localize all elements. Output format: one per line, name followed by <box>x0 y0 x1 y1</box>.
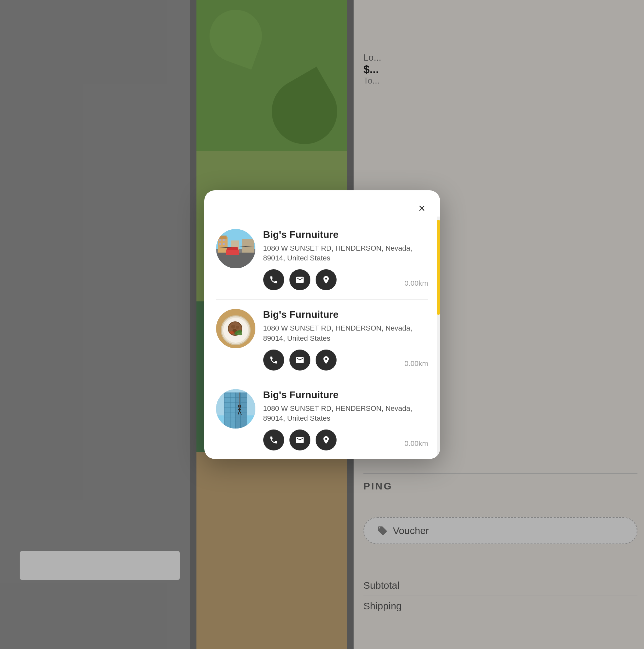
phone-icon-2 <box>269 355 278 364</box>
modal-overlay: × <box>0 0 644 649</box>
modal-scrollbar <box>437 217 440 459</box>
email-icon-1 <box>295 275 305 285</box>
svg-rect-9 <box>223 243 225 245</box>
store-actions-1 <box>263 269 428 290</box>
store-locator-modal: × <box>204 190 440 459</box>
phone-icon-1 <box>269 275 278 285</box>
store-avatar-3 <box>216 389 256 429</box>
phone-button-1[interactable] <box>263 269 284 290</box>
store-info-2: Big's Furnuiture 1080 W SUNSET RD, HENDE… <box>263 309 428 371</box>
location-button-2[interactable] <box>316 350 336 371</box>
avatar-building-image <box>216 389 256 429</box>
store-actions-2 <box>263 350 428 371</box>
store-info-3: Big's Furnuiture 1080 W SUNSET RD, HENDE… <box>263 389 428 451</box>
location-icon-2 <box>322 355 331 364</box>
location-icon-3 <box>322 435 331 444</box>
store-address-1: 1080 W SUNSET RD, HENDERSON, Nevada, 890… <box>263 244 428 264</box>
distance-1: 0.00km <box>404 279 428 288</box>
phone-button-3[interactable] <box>263 430 284 450</box>
store-address-3: 1080 W SUNSET RD, HENDERSON, Nevada, 890… <box>263 404 428 424</box>
store-name-2: Big's Furnuiture <box>263 309 428 320</box>
phone-button-2[interactable] <box>263 350 284 371</box>
avatar-city-image <box>216 229 256 268</box>
location-button-3[interactable] <box>316 430 336 450</box>
store-card-2: Big's Furnuiture 1080 W SUNSET RD, HENDE… <box>216 300 428 380</box>
modal-header: × <box>204 190 440 220</box>
location-icon-1 <box>322 275 331 285</box>
modal-scrollbar-thumb <box>437 220 440 315</box>
svg-rect-3 <box>219 235 227 239</box>
phone-icon-3 <box>269 435 278 444</box>
distance-3: 0.00km <box>404 439 428 448</box>
location-button-1[interactable] <box>316 269 336 290</box>
svg-rect-30 <box>225 393 235 429</box>
store-card-1: Big's Furnuiture 1080 W SUNSET RD, HENDE… <box>216 220 428 300</box>
svg-rect-7 <box>223 239 225 241</box>
close-icon: × <box>418 203 425 214</box>
store-avatar-1 <box>216 229 256 268</box>
email-button-3[interactable] <box>289 430 310 450</box>
store-actions-3 <box>263 430 428 450</box>
svg-rect-6 <box>219 239 221 241</box>
svg-rect-8 <box>219 243 221 245</box>
email-button-2[interactable] <box>289 350 310 371</box>
modal-content[interactable]: Big's Furnuiture 1080 W SUNSET RD, HENDE… <box>204 220 440 459</box>
store-address-2: 1080 W SUNSET RD, HENDERSON, Nevada, 890… <box>263 323 428 344</box>
email-icon-2 <box>295 355 305 364</box>
store-card-3: Big's Furnuiture 1080 W SUNSET RD, HENDE… <box>216 380 428 459</box>
email-button-1[interactable] <box>289 269 310 290</box>
store-info-1: Big's Furnuiture 1080 W SUNSET RD, HENDE… <box>263 229 428 291</box>
store-name-1: Big's Furnuiture <box>263 229 428 240</box>
store-name-3: Big's Furnuiture <box>263 389 428 400</box>
avatar-food-image <box>216 309 256 348</box>
close-button[interactable]: × <box>414 200 430 217</box>
store-avatar-2 <box>216 309 256 348</box>
email-icon-3 <box>295 435 305 444</box>
distance-2: 0.00km <box>404 359 428 368</box>
